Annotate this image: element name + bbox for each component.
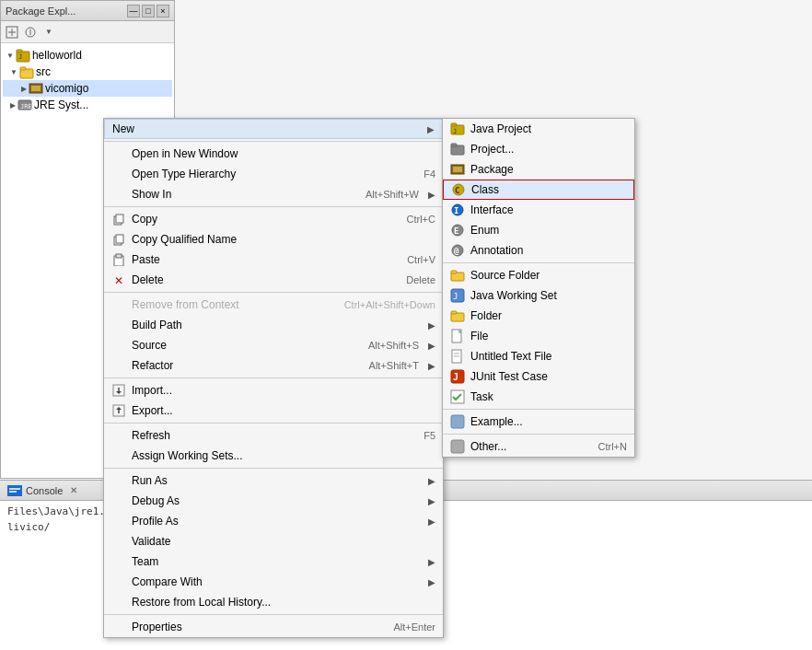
svg-rect-31	[451, 123, 457, 126]
close-button[interactable]: ×	[157, 5, 169, 17]
svg-text:E: E	[454, 226, 458, 236]
class-icon: C	[451, 182, 466, 197]
menu-item-assign-working-sets[interactable]: Assign Working Sets...	[104, 446, 443, 466]
src-folder-icon	[19, 64, 34, 79]
tree-item-label: helloworld	[32, 49, 82, 62]
menu-item-run-as[interactable]: Run As ▶	[104, 470, 443, 491]
toolbar-dropdown-btn[interactable]: ▼	[41, 24, 57, 41]
maximize-button[interactable]: □	[142, 5, 155, 17]
sep1	[104, 141, 443, 142]
sep3	[104, 292, 443, 293]
menu-item-debug-as[interactable]: Debug As ▶	[104, 491, 443, 511]
source-folder-icon	[450, 268, 465, 283]
submenu-item-package[interactable]: Package	[443, 159, 634, 180]
open-type-hierarchy-shortcut: F4	[423, 168, 435, 180]
menu-item-restore-local[interactable]: Restore from Local History...	[104, 592, 443, 612]
tree-item-helloworld[interactable]: ▼ J helloworld	[3, 47, 172, 64]
team-label: Team	[132, 555, 419, 568]
menu-item-properties[interactable]: Properties Alt+Enter	[104, 617, 443, 637]
menu-item-show-in[interactable]: Show In Alt+Shift+W ▶	[104, 184, 443, 204]
remove-context-shortcut: Ctrl+Alt+Shift+Down	[344, 299, 435, 310]
java-working-set-label: Java Working Set	[470, 289, 627, 302]
submenu-item-class[interactable]: C Class	[443, 180, 634, 200]
folder-icon-sub	[450, 308, 465, 323]
submenu-item-project[interactable]: Project...	[443, 139, 634, 159]
paste-shortcut: Ctrl+V	[407, 254, 435, 265]
tree-item-vicomigo[interactable]: ▶ vicomigo	[3, 80, 172, 97]
junit-icon: J	[450, 369, 465, 384]
menu-item-validate[interactable]: Validate	[104, 531, 443, 551]
paste-icon	[111, 252, 126, 267]
svg-rect-14	[7, 485, 22, 496]
folder-label: Folder	[470, 309, 627, 322]
submenu-item-enum[interactable]: E Enum	[443, 220, 634, 240]
submenu-item-annotation[interactable]: @ Annotation	[443, 240, 634, 261]
console-tab-close[interactable]: ✕	[70, 485, 77, 495]
submenu-item-example[interactable]: Example...	[443, 412, 634, 432]
source-folder-label: Source Folder	[470, 269, 627, 282]
tree-item-jre[interactable]: ▶ JRE JRE Syst...	[3, 97, 172, 113]
expand-arrow-vicomigo: ▶	[21, 85, 27, 93]
menu-item-new[interactable]: New ▶	[104, 119, 443, 139]
svg-text:I: I	[454, 206, 458, 215]
delete-icon: ✕	[111, 273, 126, 287]
menu-item-build-path[interactable]: Build Path ▶	[104, 315, 443, 335]
submenu-item-task[interactable]: Task	[443, 387, 634, 407]
team-arrow: ▶	[428, 557, 435, 567]
menu-item-profile-as[interactable]: Profile As ▶	[104, 511, 443, 531]
svg-rect-20	[116, 235, 123, 243]
import-label: Import...	[132, 384, 435, 397]
menu-item-copy[interactable]: Copy Ctrl+C	[104, 209, 443, 229]
submenu-item-java-project[interactable]: J Java Project	[443, 119, 634, 139]
submenu-item-source-folder[interactable]: Source Folder	[443, 265, 634, 285]
jre-icon: JRE	[17, 98, 32, 112]
tree-item-src-label: src	[36, 65, 51, 78]
menu-item-open-type-hierarchy[interactable]: Open Type Hierarchy F4	[104, 164, 443, 184]
console-tab[interactable]: Console ✕	[7, 485, 77, 496]
menu-item-paste[interactable]: Paste Ctrl+V	[104, 250, 443, 270]
tree-item-src[interactable]: ▼ src	[3, 64, 172, 80]
submenu-item-interface[interactable]: I Interface	[443, 200, 634, 220]
submenu-item-java-working-set[interactable]: J Java Working Set	[443, 285, 634, 306]
toolbar-btn-2[interactable]	[22, 24, 39, 41]
restore-local-label: Restore from Local History...	[132, 596, 435, 609]
svg-text:C: C	[455, 186, 459, 195]
submenu-item-file[interactable]: File	[443, 326, 634, 346]
debug-as-arrow: ▶	[428, 496, 435, 506]
menu-item-copy-qualified[interactable]: Copy Qualified Name	[104, 229, 443, 250]
sep4	[104, 377, 443, 378]
menu-item-delete[interactable]: ✕ Delete Delete	[104, 270, 443, 290]
submenu-item-folder[interactable]: Folder	[443, 306, 634, 326]
expand-arrow-jre: ▶	[10, 101, 16, 110]
properties-shortcut: Alt+Enter	[393, 621, 435, 633]
menu-item-import[interactable]: Import...	[104, 380, 443, 400]
menu-item-compare-with[interactable]: Compare With ▶	[104, 572, 443, 592]
task-label: Task	[470, 390, 627, 403]
menu-item-remove-context[interactable]: Remove from Context Ctrl+Alt+Shift+Down	[104, 295, 443, 315]
panel-toolbar: ▼	[1, 21, 174, 43]
svg-rect-18	[116, 215, 123, 223]
minimize-button[interactable]: —	[127, 5, 140, 17]
svg-text:JRE: JRE	[20, 103, 32, 110]
run-as-arrow: ▶	[428, 476, 435, 486]
menu-item-refactor[interactable]: Refactor Alt+Shift+T ▶	[104, 355, 443, 376]
validate-label: Validate	[132, 535, 435, 548]
submenu-item-other[interactable]: Other... Ctrl+N	[443, 436, 634, 457]
menu-item-open-new-window[interactable]: Open in New Window	[104, 144, 443, 164]
menu-item-team[interactable]: Team ▶	[104, 551, 443, 572]
menu-item-source[interactable]: Source Alt+Shift+S ▶	[104, 335, 443, 355]
submenu-item-junit[interactable]: J JUnit Test Case	[443, 366, 634, 387]
other-icon	[450, 439, 465, 454]
menu-item-export[interactable]: Export...	[104, 400, 443, 421]
panel-title: Package Expl...	[6, 6, 75, 17]
tree-item-jre-label: JRE Syst...	[34, 99, 88, 111]
svg-text:@: @	[454, 247, 459, 256]
run-as-label: Run As	[132, 474, 419, 487]
svg-rect-6	[17, 50, 22, 52]
toolbar-btn-1[interactable]	[4, 24, 20, 41]
refactor-arrow: ▶	[428, 361, 435, 371]
menu-item-refresh[interactable]: Refresh F5	[104, 425, 443, 446]
project-icon	[450, 142, 465, 157]
open-type-hierarchy-label: Open Type Hierarchy	[132, 168, 405, 180]
submenu-item-untitled-text[interactable]: Untitled Text File	[443, 346, 634, 366]
